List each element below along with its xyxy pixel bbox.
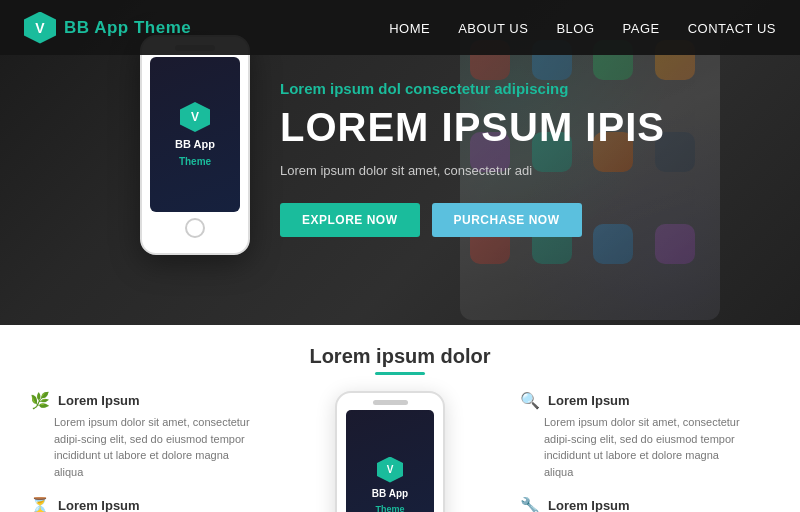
feature-title-2: Lorem Ipsum xyxy=(58,498,140,512)
logo-hex-icon: V xyxy=(24,12,56,44)
features-right-col: 🔍 Lorem Ipsum Lorem ipsum dolor sit amet… xyxy=(520,391,750,512)
features-section: Lorem ipsum dolor 🌿 Lorem Ipsum Lorem ip… xyxy=(0,325,800,512)
center-phone-hex-icon: V xyxy=(377,457,403,483)
nav-item-page[interactable]: PAGE xyxy=(623,19,660,37)
feature-item-4: 🔧 Lorem Ipsum Lorem ipsum dolor sit amet… xyxy=(520,496,750,512)
search-icon: 🔍 xyxy=(520,391,540,410)
feature-title-3: Lorem Ipsum xyxy=(548,393,630,408)
center-phone-theme: Theme xyxy=(375,504,404,513)
features-left-col: 🌿 Lorem Ipsum Lorem ipsum dolor sit amet… xyxy=(30,391,260,512)
features-divider xyxy=(30,372,770,375)
nav-item-blog[interactable]: BLOG xyxy=(556,19,594,37)
tools-icon: 🔧 xyxy=(520,496,540,512)
feature-item-1: 🌿 Lorem Ipsum Lorem ipsum dolor sit amet… xyxy=(30,391,260,480)
hero-content: Lorem ipsum dol consectetur adipiscing L… xyxy=(280,80,680,237)
mockup-app-name: BB App xyxy=(175,138,215,150)
center-phone-mockup: V BB App Theme xyxy=(335,391,445,512)
subtitle-accent: consectetur xyxy=(405,80,490,97)
hero-title: LOREM IPSUM IPIS xyxy=(280,105,680,149)
nav-links: HOME ABOUT US BLOG PAGE CONTACT US xyxy=(389,19,776,37)
feature-header-1: 🌿 Lorem Ipsum xyxy=(30,391,260,410)
subtitle-plain: Lorem ipsum dol xyxy=(280,80,405,97)
center-phone-appname: BB App xyxy=(372,488,408,499)
mockup-screen: V BB App Theme xyxy=(150,57,240,212)
nav-item-about[interactable]: ABOUT US xyxy=(458,19,528,37)
hero-buttons: EXPLORE NOW PURCHASE NOW xyxy=(280,203,680,237)
feature-desc-1: Lorem ipsum dolor sit amet, consectetur … xyxy=(30,414,260,480)
purchase-now-button[interactable]: PURCHASE NOW xyxy=(432,203,582,237)
nav-logo[interactable]: V BB App Theme xyxy=(24,12,191,44)
center-phone-screen: V BB App Theme xyxy=(346,410,434,512)
hero-subtitle: Lorem ipsum dol consectetur adipiscing xyxy=(280,80,680,97)
hero-phone-mockup: V BB App Theme xyxy=(140,35,250,255)
feature-header-3: 🔍 Lorem Ipsum xyxy=(520,391,750,410)
feature-item-3: 🔍 Lorem Ipsum Lorem ipsum dolor sit amet… xyxy=(520,391,750,480)
nav-item-home[interactable]: HOME xyxy=(389,19,430,37)
feature-header-4: 🔧 Lorem Ipsum xyxy=(520,496,750,512)
divider-line xyxy=(375,372,425,375)
feature-title-1: Lorem Ipsum xyxy=(58,393,140,408)
nav-item-contact[interactable]: CONTACT US xyxy=(688,19,776,37)
mockup-home-button xyxy=(185,218,205,238)
mockup-theme-label: Theme xyxy=(179,156,211,167)
nav-link-about[interactable]: ABOUT US xyxy=(458,21,528,36)
feature-header-2: ⏳ Lorem Ipsum xyxy=(30,496,260,512)
nav-link-home[interactable]: HOME xyxy=(389,21,430,36)
hero-description: Lorem ipsum dolor sit amet, consectetur … xyxy=(280,161,680,181)
navbar: V BB App Theme HOME ABOUT US BLOG PAGE C… xyxy=(0,0,800,55)
hourglass-icon: ⏳ xyxy=(30,496,50,512)
mockup-hex-icon: V xyxy=(180,102,210,132)
leaf-icon: 🌿 xyxy=(30,391,50,410)
features-title: Lorem ipsum dolor xyxy=(30,345,770,368)
center-phone-notch xyxy=(373,400,408,405)
logo-text: BB App Theme xyxy=(64,18,191,38)
nav-link-contact[interactable]: CONTACT US xyxy=(688,21,776,36)
subtitle-end: adipiscing xyxy=(490,80,568,97)
feature-desc-3: Lorem ipsum dolor sit amet, consectetur … xyxy=(520,414,750,480)
features-grid: 🌿 Lorem Ipsum Lorem ipsum dolor sit amet… xyxy=(30,391,770,512)
nav-link-page[interactable]: PAGE xyxy=(623,21,660,36)
feature-item-2: ⏳ Lorem Ipsum Lorem ipsum dolor sit amet… xyxy=(30,496,260,512)
nav-link-blog[interactable]: BLOG xyxy=(556,21,594,36)
explore-now-button[interactable]: EXPLORE NOW xyxy=(280,203,420,237)
feature-title-4: Lorem Ipsum xyxy=(548,498,630,512)
features-center-phone-col: V BB App Theme xyxy=(270,391,510,512)
